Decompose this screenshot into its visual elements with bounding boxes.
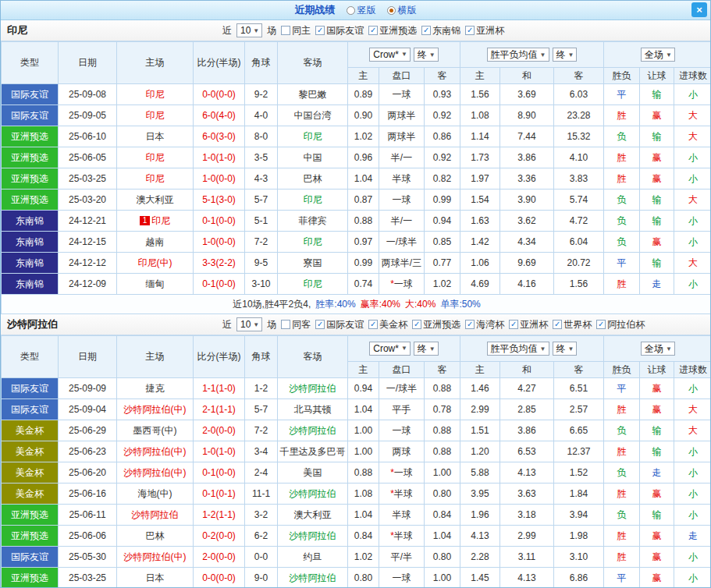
- avg-home-odds: 1.42: [460, 232, 500, 253]
- away-team-name: 沙特阿拉伯: [290, 530, 336, 541]
- match-count-select[interactable]: 10▼: [236, 23, 262, 37]
- away-team: 沙特阿拉伯: [278, 378, 348, 399]
- result-goals: 小: [674, 505, 711, 526]
- avg-away-odds: 12.37: [554, 441, 604, 462]
- match-count-select[interactable]: 10▼: [236, 317, 262, 331]
- checkbox-checked-icon[interactable]: ✓: [465, 26, 475, 35]
- checkbox-checked-icon[interactable]: ✓: [421, 26, 431, 35]
- handicap-home-odds: 1.00: [348, 441, 379, 462]
- avg-draw-odds: 2.99: [500, 526, 554, 547]
- corners-cell: 7-2: [245, 420, 278, 441]
- avg-final-select[interactable]: 终▼: [553, 342, 578, 356]
- avg-final-select[interactable]: 终▼: [553, 48, 578, 62]
- avg-away-odds: 20.72: [554, 253, 604, 274]
- home-team-name: 沙特阿拉伯: [132, 509, 179, 520]
- handicap-home-odds: 0.89: [348, 84, 379, 105]
- avg-odds-type-select[interactable]: 胜平负均值▼: [487, 48, 549, 62]
- checkbox-unchecked-icon[interactable]: [281, 26, 290, 35]
- chevron-down-icon: ▼: [568, 51, 574, 58]
- checkbox-checked-icon[interactable]: ✓: [368, 320, 378, 329]
- sections-container: 印尼近10▼场同主✓国际友谊✓亚洲预选✓东南锦✓亚洲杯类型日期主场比分(半场)角…: [1, 20, 710, 588]
- away-team-name: 约旦: [304, 551, 322, 562]
- score-cell: 3-3(2-2): [194, 253, 245, 274]
- close-icon[interactable]: ×: [691, 2, 707, 17]
- away-team-name: 澳大利亚: [294, 509, 332, 520]
- checkbox-checked-icon[interactable]: ✓: [412, 320, 421, 329]
- match-date: 25-06-05: [59, 147, 117, 168]
- avg-odds-header: 胜平负均值▼终▼: [460, 42, 604, 68]
- result-handicap: 输: [640, 420, 674, 441]
- handicap-final-select[interactable]: 终▼: [414, 48, 439, 62]
- checkbox-checked-icon[interactable]: ✓: [368, 26, 378, 35]
- competition-type-badge: 东南锦: [2, 211, 59, 232]
- result-handicap: 走: [640, 462, 674, 484]
- radio-vertical-icon[interactable]: [347, 6, 355, 15]
- competition-checkbox[interactable]: ✓阿拉伯杯: [596, 318, 645, 331]
- checkbox-checked-icon[interactable]: ✓: [596, 320, 606, 329]
- checkbox-checked-icon[interactable]: ✓: [465, 320, 475, 329]
- result-outcome: 胜: [604, 441, 640, 462]
- competition-checkbox[interactable]: ✓亚洲预选: [412, 318, 460, 331]
- bookmaker-select[interactable]: Crow*▼: [369, 342, 411, 356]
- competition-checkbox[interactable]: ✓美金杯: [368, 318, 407, 331]
- home-team: 海地(中): [117, 484, 194, 505]
- results-table: 类型日期主场比分(半场)角球客场Crow*▼终▼胜平负均值▼终▼全场▼主盘口客主…: [1, 335, 711, 588]
- home-team: 沙特阿拉伯(中): [117, 441, 194, 462]
- competition-checkbox[interactable]: ✓东南锦: [421, 24, 460, 37]
- avg-home-odds: 1.06: [460, 253, 500, 274]
- corners-cell: 4-3: [245, 168, 278, 190]
- competition-checkbox[interactable]: ✓国际友谊: [315, 24, 364, 37]
- competition-checkbox-label: 亚洲杯: [476, 24, 504, 37]
- avg-away-odds: 6.04: [554, 232, 604, 253]
- competition-checkbox[interactable]: ✓国际友谊: [315, 318, 364, 331]
- competition-checkbox[interactable]: ✓亚洲杯: [509, 318, 548, 331]
- result-goals: 大: [674, 399, 711, 420]
- competition-checkbox[interactable]: ✓海湾杯: [465, 318, 504, 331]
- corners-cell: 7-2: [245, 232, 278, 253]
- avg-away-odds: 15.32: [554, 126, 604, 147]
- scope-header: 全场▼: [604, 336, 711, 362]
- home-team: 日本: [117, 568, 194, 588]
- match-scope-select[interactable]: 全场▼: [641, 48, 675, 62]
- away-team: 印尼: [278, 190, 348, 211]
- competition-checkbox[interactable]: ✓亚洲杯: [465, 24, 504, 37]
- home-team: 印尼: [117, 147, 194, 168]
- sub-column-header: 主: [348, 362, 379, 378]
- view-option-horizontal[interactable]: 横版: [387, 4, 417, 17]
- result-goals: 小: [674, 147, 711, 168]
- result-handicap: 输: [640, 211, 674, 232]
- handicap-away-odds: 0.84: [425, 505, 460, 526]
- checkbox-checked-icon[interactable]: ✓: [553, 320, 562, 329]
- avg-away-odds: 6.86: [554, 568, 604, 588]
- match-date: 25-09-04: [59, 399, 117, 420]
- avg-odds-type-select[interactable]: 胜平负均值▼: [487, 342, 549, 356]
- result-goals: 大: [674, 190, 711, 211]
- away-team-name: 印尼: [304, 131, 322, 142]
- bookmaker-select[interactable]: Crow*▼: [369, 48, 411, 62]
- result-goals: 小: [674, 274, 711, 295]
- sub-column-header: 盘口: [379, 68, 425, 84]
- competition-checkbox[interactable]: ✓世界杯: [553, 318, 592, 331]
- match-scope-select[interactable]: 全场▼: [641, 342, 675, 356]
- checkbox-unchecked-icon[interactable]: [281, 320, 290, 329]
- avg-home-odds: 1.73: [460, 147, 500, 168]
- view-option-vertical[interactable]: 竖版: [347, 4, 376, 17]
- score-cell: 2-0(0-0): [194, 420, 245, 441]
- checkbox-checked-icon[interactable]: ✓: [315, 320, 325, 329]
- competition-checkbox[interactable]: ✓亚洲预选: [368, 24, 417, 37]
- match-count-select-value: 10: [240, 25, 251, 36]
- odds-source-header: Crow*▼终▼: [348, 336, 460, 362]
- avg-draw-odds: 2.85: [500, 399, 554, 420]
- checkbox-checked-icon[interactable]: ✓: [509, 320, 518, 329]
- avg-draw-odds: 7.44: [500, 126, 554, 147]
- checkbox-checked-icon[interactable]: ✓: [315, 26, 325, 35]
- match-row: 亚洲预选25-06-05印尼1-0(1-0)3-5中国0.96半/一0.921.…: [2, 147, 711, 168]
- handicap-home-odds: 0.87: [348, 190, 379, 211]
- handicap-away-odds: 0.78: [425, 399, 460, 420]
- same-venue-checkbox[interactable]: 同主: [281, 24, 311, 37]
- handicap-final-select[interactable]: 终▼: [414, 342, 439, 356]
- handicap-away-odds: 0.86: [425, 126, 460, 147]
- radio-horizontal-icon[interactable]: [387, 6, 396, 15]
- home-team-name: 越南: [146, 236, 165, 247]
- same-venue-checkbox[interactable]: 同客: [281, 318, 311, 331]
